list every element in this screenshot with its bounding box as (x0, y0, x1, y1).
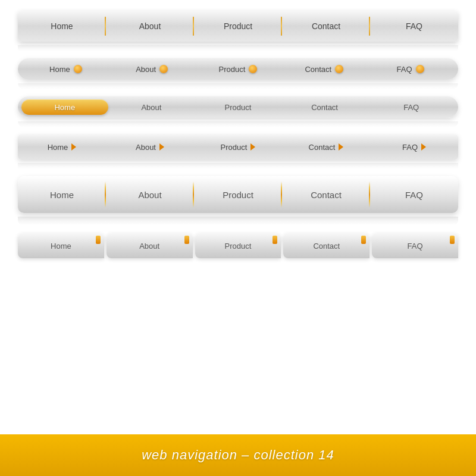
nav2-about[interactable]: About (109, 65, 195, 74)
nav4-faq[interactable]: FAQ (370, 134, 458, 159)
nav2-faq[interactable]: FAQ (367, 65, 453, 74)
nav6-about-label: About (139, 242, 159, 250)
nav6-home-tag (96, 236, 101, 244)
nav6-about[interactable]: About (107, 233, 193, 258)
nav2-home-dot (74, 65, 82, 73)
nav5-about[interactable]: About (106, 176, 194, 213)
nav6-contact-tag (361, 236, 366, 244)
navbar-3: Home About Product Contact FAQ (18, 96, 458, 118)
nav4-faq-arrow (421, 143, 426, 151)
nav2-faq-label: FAQ (397, 65, 412, 74)
nav6-product-label: Product (225, 242, 252, 250)
nav3-product[interactable]: Product (195, 99, 281, 115)
nav5-contact[interactable]: Contact (282, 176, 370, 213)
nav4-faq-label: FAQ (402, 143, 418, 152)
nav3-contact[interactable]: Contact (281, 99, 368, 115)
nav4-about-label: About (136, 143, 156, 152)
nav2-reflection (18, 83, 458, 89)
nav1-reflection (18, 45, 458, 51)
nav6-faq-label: FAQ (408, 242, 423, 250)
nav2-home[interactable]: Home (23, 65, 109, 74)
nav6-home[interactable]: Home (18, 233, 104, 258)
nav6-home-label: Home (51, 242, 71, 250)
nav6-faq[interactable]: FAQ (372, 233, 458, 258)
nav2-faq-dot (416, 65, 424, 73)
nav2-about-label: About (136, 65, 156, 74)
nav6-faq-tag (450, 236, 455, 244)
nav2-about-dot (159, 65, 168, 73)
nav4-about-arrow (159, 143, 164, 151)
nav2-contact-dot (335, 65, 343, 73)
nav4-about[interactable]: About (106, 134, 194, 159)
nav4-contact-label: Contact (309, 143, 336, 152)
nav3-faq[interactable]: FAQ (368, 99, 455, 115)
nav4-product[interactable]: Product (194, 134, 282, 159)
nav4-home-label: Home (48, 143, 68, 152)
nav5-faq[interactable]: FAQ (370, 176, 458, 213)
nav5-home[interactable]: Home (18, 176, 106, 213)
nav2-contact-label: Contact (305, 65, 331, 74)
nav4-contact[interactable]: Contact (282, 134, 370, 159)
nav2-product-dot (249, 65, 257, 73)
nav4-contact-arrow (339, 143, 343, 151)
nav4-reflection (18, 163, 458, 169)
nav6-contact[interactable]: Contact (283, 233, 369, 258)
nav5-reflection (18, 217, 458, 225)
nav4-home[interactable]: Home (18, 134, 106, 159)
nav1-about[interactable]: About (106, 11, 194, 42)
navbar-1: Home About Product Contact FAQ (18, 11, 458, 42)
nav6-about-tag (184, 236, 189, 244)
navbar-2: Home About Product Contact FAQ (18, 58, 458, 80)
nav1-contact[interactable]: Contact (282, 11, 370, 42)
nav1-faq[interactable]: FAQ (370, 11, 458, 42)
nav6-contact-label: Contact (313, 242, 340, 250)
nav4-product-arrow (250, 143, 255, 151)
navbar-4: Home About Product Contact FAQ (18, 134, 458, 159)
nav6-product[interactable]: Product (195, 233, 281, 258)
nav2-product-label: Product (219, 65, 246, 74)
nav2-product[interactable]: Product (195, 65, 281, 74)
nav3-home[interactable]: Home (21, 99, 108, 115)
nav3-about[interactable]: About (108, 99, 195, 115)
footer-banner: web navigation – collection 14 (0, 434, 476, 476)
nav1-home[interactable]: Home (18, 11, 106, 42)
navbar-6: Home About Product Contact FAQ (18, 232, 458, 259)
nav1-product[interactable]: Product (194, 11, 282, 42)
nav4-product-label: Product (221, 143, 248, 152)
nav3-reflection (18, 121, 458, 127)
footer-text: web navigation – collection 14 (142, 447, 334, 463)
nav2-contact[interactable]: Contact (281, 65, 367, 74)
nav2-home-label: Home (49, 65, 70, 74)
navbar-5: Home About Product Contact FAQ (18, 176, 458, 213)
nav4-home-arrow (71, 143, 76, 151)
nav5-product[interactable]: Product (194, 176, 282, 213)
nav6-product-tag (273, 236, 277, 244)
